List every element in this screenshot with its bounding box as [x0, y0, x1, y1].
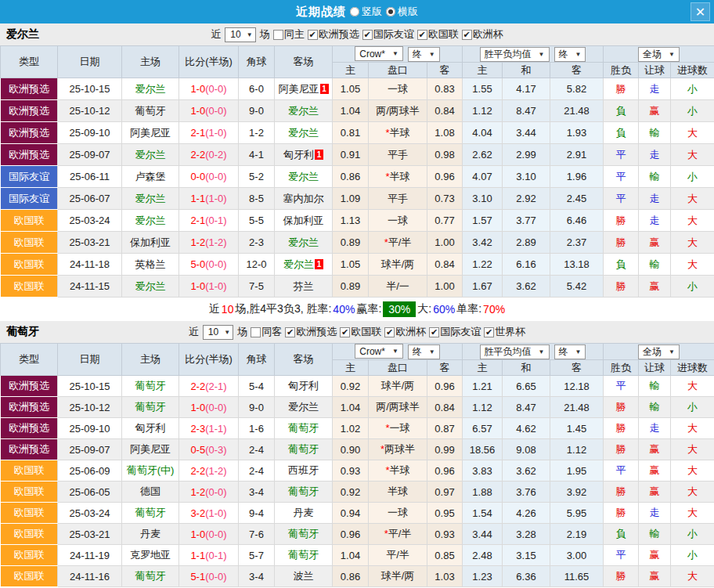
- column-header: 客场: [275, 344, 333, 376]
- chevron-down-icon: ▼: [392, 50, 398, 57]
- match-row: 欧洲预选25-09-10匈牙利2-3(1-1)1-6葡萄牙1.02*一球0.87…: [1, 418, 714, 439]
- bookmaker-select[interactable]: Crow*▼: [355, 344, 403, 359]
- avg-final-select[interactable]: 终▼: [554, 47, 586, 62]
- same-venue-checkbox[interactable]: 同客: [251, 325, 282, 339]
- fulltime-score: 0-0: [190, 171, 205, 182]
- checkbox-checked-icon[interactable]: ✔: [384, 327, 395, 337]
- same-venue-checkbox[interactable]: 同主: [273, 27, 305, 41]
- radio-unselected-icon[interactable]: [350, 7, 359, 16]
- avg-draw: 2.99: [503, 144, 550, 166]
- match-date: 25-06-11: [58, 166, 122, 188]
- checkbox-checked-icon[interactable]: ✔: [340, 327, 350, 337]
- result-goals: 小: [671, 100, 714, 122]
- league-checkbox[interactable]: ✔国际友谊: [429, 325, 481, 339]
- match-scope-select[interactable]: 全场▼: [638, 47, 680, 62]
- bookmaker-select-value: Crow*: [359, 346, 385, 357]
- corner-score: 9-0: [239, 100, 275, 122]
- match-date: 25-03-21: [58, 524, 122, 545]
- away-team-name: 塞内加尔: [283, 193, 324, 204]
- checkbox-checked-icon[interactable]: ✔: [417, 30, 427, 40]
- match-row: 欧洲预选25-10-15葡萄牙2-2(2-1)5-4匈牙利0.92球半/两0.9…: [1, 376, 714, 397]
- recent-count-select[interactable]: 10▼: [203, 325, 233, 340]
- home-team: 爱尔兰: [122, 276, 179, 298]
- league-checkbox[interactable]: ✔欧洲预选: [285, 325, 337, 339]
- checkbox-unchecked-icon[interactable]: [273, 30, 283, 40]
- close-icon: ✕: [695, 5, 705, 20]
- wdl-average-select[interactable]: 胜平负均值▼: [480, 345, 550, 359]
- avg-home: 2.48: [463, 545, 503, 566]
- corner-score: 9-4: [239, 503, 275, 524]
- fulltime-score: 2-1: [190, 127, 205, 139]
- checkbox-unchecked-icon[interactable]: [251, 327, 261, 337]
- avg-home: 1.55: [463, 78, 503, 100]
- corner-score: 4-1: [239, 144, 275, 166]
- chevron-down-icon: ▼: [429, 51, 435, 58]
- match-row: 欧国联25-03-21保加利亚1-2(1-2)2-3爱尔兰0.89*平/半1.0…: [1, 232, 714, 254]
- away-team: 匈牙利: [275, 376, 333, 397]
- odds-away: 0.85: [427, 545, 463, 566]
- result-handicap: 赢: [639, 460, 671, 482]
- odds-away: 1.03: [427, 566, 463, 587]
- checkbox-checked-icon[interactable]: ✔: [484, 327, 494, 337]
- column-subheader: 进球数: [671, 63, 714, 78]
- league-checkbox[interactable]: ✔世界杯: [484, 325, 525, 339]
- chevron-down-icon: ▼: [575, 348, 582, 355]
- summary-part: 单率:: [456, 302, 481, 316]
- recent-count-select[interactable]: 10▼: [225, 27, 255, 42]
- avg-home: 1.23: [463, 566, 503, 587]
- checkbox-checked-icon[interactable]: ✔: [285, 327, 295, 337]
- odds-final-select[interactable]: 终▼: [408, 345, 440, 359]
- column-subheader: 盘口: [369, 63, 427, 78]
- halftime-score: (1-2): [205, 236, 226, 248]
- odds-home: 0.91: [333, 144, 369, 166]
- filter-controls: 近10▼场同客✔欧洲预选✔欧国联✔欧洲杯✔国际友谊✔世界杯: [189, 325, 525, 340]
- avg-draw: 2.89: [503, 232, 550, 254]
- layout-radio-horizontal[interactable]: 横版: [386, 5, 418, 19]
- match-type-badge: 欧国联: [1, 276, 58, 298]
- home-team: 葡萄牙: [122, 376, 179, 397]
- checkbox-checked-icon[interactable]: ✔: [429, 327, 439, 337]
- match-score: 0-0(0-0): [179, 166, 239, 188]
- league-checkbox[interactable]: ✔国际友谊: [362, 27, 414, 41]
- avg-final-select[interactable]: 终▼: [554, 345, 586, 359]
- match-scope-select[interactable]: 全场▼: [638, 345, 680, 359]
- away-team: 爱尔兰: [275, 122, 333, 144]
- league-checkbox[interactable]: ✔欧国联: [417, 27, 459, 41]
- layout-radio-vertical[interactable]: 竖版: [350, 5, 382, 19]
- home-team-name: 爱尔兰: [135, 193, 166, 204]
- handicap-value: 半球: [390, 464, 410, 476]
- result-handicap: 赢: [639, 100, 671, 122]
- match-row: 欧洲预选25-09-10阿美尼亚2-1(1-0)1-2爱尔兰0.81*半球1.0…: [1, 122, 714, 144]
- league-checkbox[interactable]: ✔欧洲杯: [384, 325, 426, 339]
- fulltime-score: 2-3: [190, 423, 205, 435]
- result-wdl: 負: [604, 524, 639, 545]
- close-button[interactable]: ✕: [691, 2, 710, 21]
- checkbox-checked-icon[interactable]: ✔: [462, 30, 472, 40]
- radio-selected-icon[interactable]: [386, 7, 395, 16]
- bookmaker-select[interactable]: Crow*▼: [355, 46, 403, 61]
- column-subheader: 胜负: [604, 63, 639, 78]
- avg-home: 1.12: [463, 100, 503, 122]
- result-wdl: 平: [604, 144, 639, 166]
- match-type-badge: 欧国联: [1, 545, 58, 566]
- result-wdl: 勝: [604, 210, 639, 232]
- league-checkbox-label: 欧洲预选: [296, 325, 337, 339]
- checkbox-checked-icon[interactable]: ✔: [362, 30, 373, 40]
- league-checkbox[interactable]: ✔欧洲预选: [308, 27, 359, 41]
- odds-home: 1.09: [333, 188, 369, 210]
- league-checkbox[interactable]: ✔欧国联: [340, 325, 381, 339]
- chevron-down-icon: ▼: [539, 51, 545, 58]
- halftime-score: (1-1): [205, 423, 226, 435]
- match-type-badge: 欧洲预选: [1, 439, 58, 460]
- match-type-badge: 欧洲预选: [1, 122, 58, 144]
- result-goals: 大: [671, 122, 714, 144]
- halftime-score: (1-0): [205, 280, 226, 292]
- handicap: *半球: [369, 122, 427, 144]
- league-checkbox[interactable]: ✔欧洲杯: [462, 27, 503, 41]
- odds-home: 0.94: [333, 503, 369, 524]
- checkbox-checked-icon[interactable]: ✔: [308, 30, 318, 40]
- home-team-name: 卢森堡: [135, 171, 166, 182]
- odds-final-select[interactable]: 终▼: [408, 47, 440, 62]
- match-date: 24-11-19: [58, 545, 122, 566]
- wdl-average-select[interactable]: 胜平负均值▼: [480, 47, 550, 62]
